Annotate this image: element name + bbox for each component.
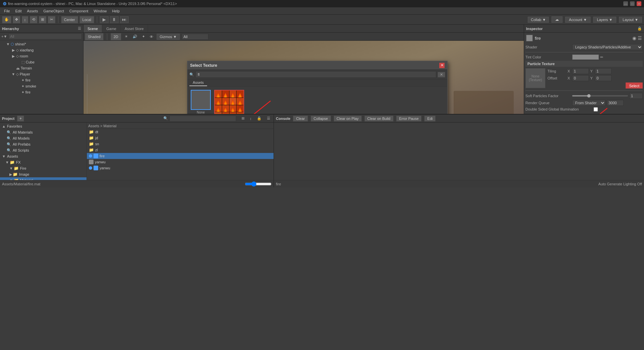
project-options-icon[interactable]: ⊞ (240, 116, 246, 121)
clear-on-play-button[interactable]: Clear on Play (334, 116, 362, 122)
none-texture-box[interactable] (191, 90, 211, 110)
asset-sn[interactable]: 📁 sn (87, 141, 274, 147)
tint-color-swatch[interactable] (572, 54, 599, 60)
rotate-tool[interactable]: ↕ (22, 16, 28, 23)
select-texture-button[interactable]: Select (626, 82, 643, 89)
soft-particles-value[interactable] (629, 93, 643, 99)
account-button[interactable]: Account ▼ (565, 17, 591, 23)
none-texture-preview[interactable]: None(Texture) (525, 68, 545, 88)
menu-file[interactable]: File (1, 8, 13, 14)
tiling-y-input[interactable] (595, 68, 612, 74)
hierarchy-item-xiaofang[interactable]: ▶ ◇ xiaofang (0, 47, 83, 53)
hierarchy-item-smoke[interactable]: ▶ ✦ smoke (0, 83, 83, 89)
tree-all-models[interactable]: 🔍 All Models (0, 135, 87, 141)
offset-y-input[interactable] (595, 75, 612, 81)
project-add-button[interactable]: + (17, 116, 24, 122)
cloud-button[interactable]: ☁ (551, 16, 562, 23)
asset-jd[interactable]: 📁 jd (87, 135, 274, 141)
play-button[interactable]: ▶ (100, 16, 109, 23)
hidden-icon[interactable]: 👁 (148, 34, 155, 39)
render-queue-value[interactable] (607, 100, 624, 106)
modal-search-clear[interactable]: ✕ (438, 72, 445, 77)
project-menu-icon[interactable]: ☰ (266, 116, 272, 121)
hierarchy-item-player[interactable]: ▼ ◇ Player (0, 71, 83, 77)
modal-search-input[interactable] (195, 71, 436, 78)
layers-button[interactable]: Layers ▼ (593, 17, 616, 23)
asset-yanwu1[interactable]: yanwu (87, 159, 274, 165)
flame-texture-box[interactable] (214, 90, 244, 114)
modal-tab-assets[interactable]: Assets (189, 79, 207, 86)
hierarchy-item-room[interactable]: ▶ ◇ room (0, 53, 83, 59)
modal-close-button[interactable]: ✕ (439, 63, 445, 68)
tree-favorites[interactable]: ▲ Favorites (0, 123, 87, 129)
search-scene-input[interactable] (182, 34, 208, 40)
collab-button[interactable]: Collab ▼ (528, 17, 549, 23)
tree-material[interactable]: ▼ 📁 Material (0, 177, 87, 180)
lights-icon[interactable]: ☀ (123, 34, 129, 39)
tree-all-materials[interactable]: 🔍 All Materials (0, 129, 87, 135)
2d-button[interactable]: 2D (111, 33, 121, 40)
asset-size-slider[interactable] (245, 181, 272, 187)
double-sided-checkbox[interactable] (594, 107, 598, 112)
collapse-button[interactable]: Collapse (311, 116, 331, 122)
menu-edit[interactable]: Edit (13, 8, 24, 14)
menu-gameobject[interactable]: GameObject (41, 8, 67, 14)
shaded-dropdown[interactable]: Shaded (85, 33, 104, 40)
slider-thumb[interactable] (587, 94, 591, 98)
asset-zl[interactable]: 📁 zl (87, 147, 274, 153)
asset-dt[interactable]: 📁 dt (87, 129, 274, 135)
clear-button[interactable]: Clear (293, 116, 308, 122)
tab-asset-store[interactable]: Asset Store (121, 25, 148, 32)
close-button[interactable]: ✕ (637, 1, 641, 6)
render-queue-dropdown[interactable]: From Shader (572, 100, 606, 106)
gizmos-button[interactable]: Gizmos ▼ (157, 34, 180, 40)
edi-button[interactable]: Edi (424, 116, 436, 122)
slider-track[interactable] (572, 95, 628, 97)
tiling-x-input[interactable] (572, 68, 589, 74)
project-sync-icon[interactable]: ↕ (249, 116, 253, 121)
project-search-input[interactable] (169, 116, 236, 122)
tree-all-scripts[interactable]: 🔍 All Scripts (0, 147, 87, 153)
inspector-options2[interactable]: ☰ (638, 35, 642, 41)
hierarchy-item-cube[interactable]: ▶ ⬚ Cube (0, 59, 83, 65)
tree-assets[interactable]: ▼ Assets (0, 153, 87, 159)
menu-help[interactable]: Help (109, 8, 122, 14)
clear-on-build-button[interactable]: Clear on Build (364, 116, 393, 122)
effects-icon[interactable]: ✦ (141, 34, 146, 39)
center-button[interactable]: Center (61, 16, 78, 23)
tree-fx[interactable]: ▼ 📁 FX (0, 159, 87, 165)
asset-fire-material[interactable]: fire (87, 153, 274, 159)
hierarchy-item-shinei[interactable]: ▼ ⬡ shinei* (0, 41, 83, 47)
inspector-options1[interactable]: ◉ (632, 35, 636, 41)
tree-image[interactable]: ▶ 📁 Image (0, 171, 87, 177)
hierarchy-item-terrain[interactable]: ▶ ⛰ Terrain (0, 65, 83, 71)
menu-component[interactable]: Component (66, 8, 91, 14)
rect-tool[interactable]: ⊞ (39, 16, 46, 23)
tint-edit-icon[interactable]: ✏ (600, 55, 603, 59)
error-pause-button[interactable]: Error Pause (396, 116, 422, 122)
material-color-swatch[interactable] (526, 35, 533, 41)
hand-tool[interactable]: ✋ (2, 16, 11, 23)
offset-x-input[interactable] (572, 75, 589, 81)
hierarchy-item-fire2[interactable]: ▶ ✦ fire (0, 89, 83, 95)
layout-button[interactable]: Layout ▼ (619, 17, 642, 23)
menu-window[interactable]: Window (91, 8, 109, 14)
step-button[interactable]: ⏭ (120, 16, 129, 23)
tab-game[interactable]: Game (102, 25, 121, 32)
hierarchy-item-fire1[interactable]: ▶ ✦ fire (0, 77, 83, 83)
scale-tool[interactable]: ⟲ (30, 16, 37, 23)
local-button[interactable]: Local (79, 16, 94, 23)
hierarchy-search-input[interactable] (8, 33, 82, 39)
shader-dropdown[interactable]: Legacy Shaders/Particles/Additive (572, 44, 643, 50)
move-tool[interactable]: ✥ (13, 16, 20, 23)
transform-tool[interactable]: ✂ (48, 16, 55, 23)
hierarchy-menu-icon[interactable]: ☰ (78, 26, 81, 31)
project-lock-icon[interactable]: 🔒 (256, 116, 263, 121)
menu-assets[interactable]: Assets (24, 8, 41, 14)
modal-none-item[interactable]: None (191, 90, 211, 114)
tree-fire-folder[interactable]: ▼ 📁 Fire (0, 165, 87, 171)
tab-scene[interactable]: Scene (84, 25, 102, 32)
asset-yanwu2[interactable]: yanwu (87, 165, 274, 171)
audio-icon[interactable]: 🔊 (131, 34, 139, 39)
inspector-lock-icon[interactable]: 🔒 (637, 26, 642, 31)
